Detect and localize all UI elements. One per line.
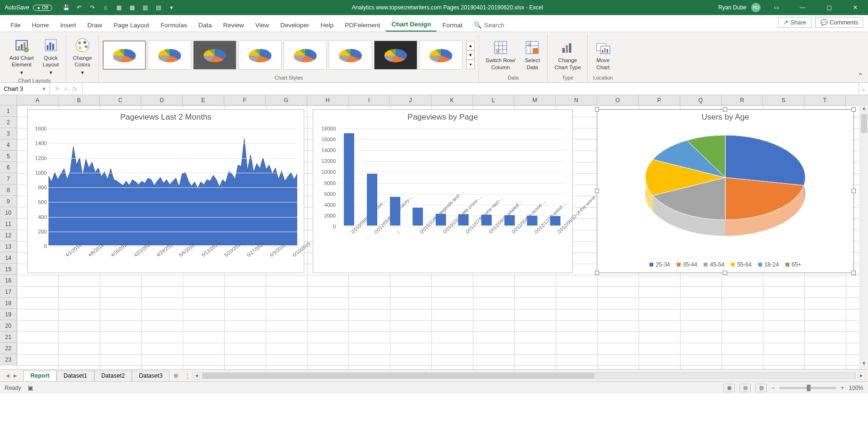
vertical-scroll-thumb[interactable] [861, 114, 867, 133]
column-header[interactable]: O [597, 95, 639, 105]
row-header[interactable]: 3 [0, 128, 17, 139]
row-header[interactable]: 19 [0, 309, 17, 320]
hscroll-thumb[interactable] [203, 373, 594, 379]
column-header[interactable]: F [224, 95, 266, 105]
column-header[interactable]: Q [680, 95, 722, 105]
gallery-more-icon[interactable]: ▾ [466, 60, 475, 69]
tab-home[interactable]: Home [26, 18, 55, 32]
tab-page-layout[interactable]: Page Layout [108, 18, 155, 32]
move-chart-button[interactable]: Move Chart [592, 37, 614, 73]
horizontal-scrollbar[interactable]: ⋮ ◄ ► [182, 370, 868, 381]
row-header[interactable]: 14 [0, 252, 17, 264]
hscroll-left-icon[interactable]: ◄ [193, 372, 200, 379]
expand-formula-bar-icon[interactable]: ⌄ [859, 83, 868, 95]
close-icon[interactable]: ✕ [844, 0, 866, 15]
user-avatar[interactable]: RD [751, 3, 761, 12]
vertical-scrollbar[interactable]: ▲ ▼ [860, 105, 868, 369]
row-header[interactable]: 21 [0, 331, 17, 343]
scroll-down-icon[interactable]: ▼ [860, 361, 868, 369]
tab-insert[interactable]: Insert [55, 18, 82, 32]
change-colors-button[interactable]: Change Colors ▾ [70, 35, 95, 78]
row-header[interactable]: 10 [0, 207, 17, 218]
row-header[interactable]: 2 [0, 117, 17, 128]
row-header[interactable]: 9 [0, 196, 17, 207]
maximize-icon[interactable]: ▢ [818, 0, 840, 15]
qat-dropdown-icon[interactable]: ▾ [166, 2, 177, 13]
normal-view-button[interactable]: ▦ [723, 384, 735, 392]
row-header[interactable]: 17 [0, 286, 17, 298]
scroll-up-icon[interactable]: ▲ [860, 105, 868, 114]
qat-icon-4[interactable]: ▥ [140, 2, 150, 13]
tab-pdfelement[interactable]: PDFelement [339, 18, 386, 32]
row-header[interactable]: 15 [0, 264, 17, 275]
sheet-nav-next-icon[interactable]: ► [12, 372, 18, 379]
column-header[interactable]: C [100, 95, 141, 105]
column-header[interactable]: S [763, 95, 804, 105]
formula-input[interactable] [82, 83, 859, 95]
gallery-scroll-up-icon[interactable]: ▲ [466, 41, 475, 50]
column-header[interactable]: B [58, 95, 100, 105]
row-header[interactable]: 13 [0, 241, 17, 252]
sheet-tab-dataset1[interactable]: Dataset1 [57, 371, 94, 381]
quick-layout-button[interactable]: Quick Layout ▾ [40, 35, 62, 78]
resize-handle[interactable] [595, 271, 599, 275]
column-header[interactable]: N [556, 95, 597, 105]
row-header[interactable]: 8 [0, 185, 17, 196]
tab-draw[interactable]: Draw [82, 18, 108, 32]
ribbon-display-options-icon[interactable]: ▭ [765, 0, 787, 15]
switch-row-column-button[interactable]: Switch Row/ Column [483, 37, 518, 73]
chart-users-by-age[interactable]: Users by Age 25-3435-4445-5455-6418-2465… [597, 109, 854, 273]
chart-style-6[interactable] [329, 40, 372, 70]
chart-style-5[interactable] [284, 40, 327, 70]
sheet-tab-report[interactable]: Report [24, 371, 57, 381]
name-box[interactable]: Chart 3▾ [0, 83, 50, 95]
zoom-slider-knob[interactable] [807, 385, 811, 391]
column-header[interactable]: D [141, 95, 183, 105]
gallery-scroll-down-icon[interactable]: ▼ [466, 50, 475, 60]
new-sheet-button[interactable]: ⊕ [170, 370, 182, 381]
resize-handle[interactable] [852, 107, 856, 112]
row-header[interactable]: 22 [0, 343, 17, 354]
tab-data[interactable]: Data [193, 18, 218, 32]
qat-icon-3[interactable]: ▦ [127, 2, 137, 13]
sheet-nav-prev-icon[interactable]: ◄ [5, 372, 10, 379]
resize-handle[interactable] [852, 189, 856, 193]
sheet-tab-dataset3[interactable]: Dataset3 [132, 371, 170, 381]
column-header[interactable]: A [17, 95, 58, 105]
select-data-button[interactable]: Select Data [521, 37, 544, 73]
row-header[interactable]: 11 [0, 218, 17, 230]
fx-icon[interactable]: fx [73, 86, 77, 92]
macro-recording-icon[interactable]: ▣ [28, 385, 33, 391]
row-header[interactable]: 20 [0, 320, 17, 331]
sheet-tab-dataset2[interactable]: Dataset2 [94, 371, 132, 381]
row-header[interactable]: 4 [0, 139, 17, 151]
qat-icon-5[interactable]: ▤ [153, 2, 163, 13]
zoom-in-button[interactable]: + [841, 385, 844, 391]
row-header[interactable]: 18 [0, 298, 17, 309]
autosave-toggle[interactable]: ● Off [33, 5, 52, 11]
resize-handle[interactable] [595, 107, 599, 112]
save-icon[interactable]: 💾 [61, 2, 71, 13]
resize-handle[interactable] [852, 271, 856, 275]
resize-handle[interactable] [595, 189, 599, 193]
tab-developer[interactable]: Developer [275, 18, 315, 32]
column-header[interactable]: T [804, 95, 846, 105]
chart-style-2[interactable] [148, 40, 191, 70]
row-header[interactable]: 12 [0, 230, 17, 241]
chart-style-4[interactable] [238, 40, 282, 70]
zoom-level[interactable]: 100% [849, 385, 863, 391]
chart-style-1[interactable] [103, 40, 146, 70]
minimize-icon[interactable]: — [792, 0, 813, 15]
zoom-out-button[interactable]: − [771, 385, 775, 391]
tab-file[interactable]: File [5, 18, 26, 32]
tab-view[interactable]: View [250, 18, 275, 32]
row-header[interactable]: 7 [0, 173, 17, 185]
column-header[interactable]: E [183, 95, 224, 105]
tab-format[interactable]: Format [437, 18, 468, 32]
tab-review[interactable]: Review [218, 18, 250, 32]
column-header[interactable]: H [307, 95, 349, 105]
column-header[interactable]: J [390, 95, 431, 105]
hscroll-track[interactable] [202, 372, 856, 379]
share-button[interactable]: ↗Share [778, 17, 811, 28]
tab-help[interactable]: Help [315, 18, 340, 32]
